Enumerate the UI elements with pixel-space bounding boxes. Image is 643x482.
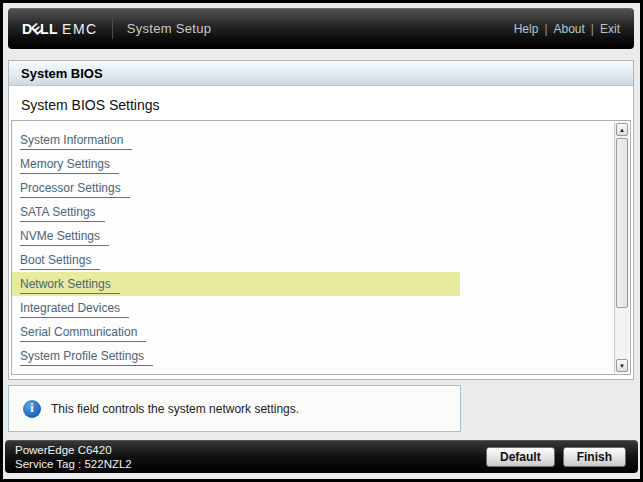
vertical-scrollbar[interactable]: ▲ ▼	[614, 122, 629, 373]
section-header: System BIOS	[9, 61, 633, 86]
menu-link[interactable]: Integrated Devices	[20, 299, 129, 318]
topbar-divider	[112, 19, 113, 39]
info-panel: i This field controls the system network…	[8, 385, 461, 432]
dellemc-logo: DELL EMC	[22, 21, 98, 37]
default-button[interactable]: Default	[486, 447, 555, 467]
top-bar: DELL EMC System Setup Help | About | Exi…	[8, 8, 634, 49]
menu-link[interactable]: System Profile Settings	[20, 347, 153, 366]
menu-link[interactable]: Boot Settings	[20, 251, 100, 270]
menu-link[interactable]: Processor Settings	[20, 179, 130, 198]
menu-link[interactable]: System Information	[20, 131, 132, 150]
link-separator: |	[591, 22, 594, 36]
scroll-up-icon[interactable]: ▲	[616, 123, 628, 136]
info-icon: i	[23, 400, 41, 418]
bios-settings-menu: System Information Memory Settings Proce…	[12, 121, 630, 368]
menu-row: Network Settings	[12, 272, 460, 296]
menu-link[interactable]: Serial Communication	[20, 323, 146, 342]
scroll-down-icon[interactable]: ▼	[616, 359, 628, 372]
menu-row: Memory Settings	[12, 152, 630, 176]
about-link[interactable]: About	[554, 22, 585, 36]
help-link[interactable]: Help	[514, 22, 539, 36]
page-title: System BIOS Settings	[9, 86, 633, 122]
topbar-links: Help | About | Exit	[514, 22, 620, 36]
exit-link[interactable]: Exit	[600, 22, 620, 36]
menu-row: Boot Settings	[12, 248, 630, 272]
system-bios-panel: System BIOS System BIOS Settings System …	[8, 60, 634, 380]
menu-row: Serial Communication	[12, 320, 630, 344]
emc-logo-text: EMC	[62, 21, 98, 37]
menu-link[interactable]: Memory Settings	[20, 155, 119, 174]
menu-link[interactable]: NVMe Settings	[20, 227, 109, 246]
menu-row: NVMe Settings	[12, 224, 630, 248]
settings-scroll-area: System Information Memory Settings Proce…	[11, 120, 631, 375]
app-title: System Setup	[127, 21, 212, 36]
scrollbar-thumb[interactable]	[616, 138, 628, 308]
system-identity: PowerEdge C6420 Service Tag : 522NZL2	[15, 443, 132, 471]
menu-row: System Profile Settings	[12, 344, 630, 368]
footer-bar: PowerEdge C6420 Service Tag : 522NZL2 De…	[5, 440, 638, 473]
model-name: PowerEdge C6420	[15, 443, 132, 457]
section-title: System BIOS	[21, 66, 103, 81]
footer-buttons: Default Finish	[486, 447, 626, 467]
window-frame: DELL EMC System Setup Help | About | Exi…	[3, 3, 640, 479]
menu-row: SATA Settings	[12, 200, 630, 224]
finish-button[interactable]: Finish	[563, 447, 626, 467]
service-tag: Service Tag : 522NZL2	[15, 457, 132, 471]
menu-link[interactable]: SATA Settings	[20, 203, 105, 222]
link-separator: |	[544, 22, 547, 36]
info-text: This field controls the system network s…	[51, 402, 299, 416]
menu-row: Integrated Devices	[12, 296, 630, 320]
menu-row: Processor Settings	[12, 176, 630, 200]
menu-row: System Information	[12, 128, 630, 152]
menu-link[interactable]: Network Settings	[20, 275, 120, 294]
